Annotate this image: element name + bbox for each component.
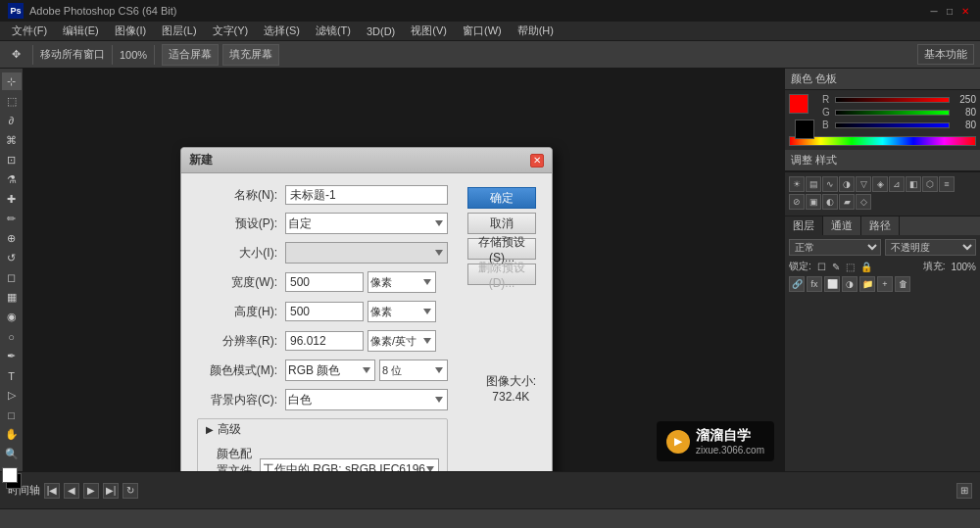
tool-eyedropper[interactable]: ⚗ [2,170,22,188]
move-tool-icon[interactable]: ✥ [6,45,25,65]
lock-check[interactable]: ☐ [817,262,826,272]
timeline-add[interactable]: ⊞ [956,483,972,499]
r-slider-track[interactable] [835,97,950,103]
height-unit-select[interactable]: 像素 [368,301,436,322]
tool-type[interactable]: T [2,367,22,385]
adj-colorbalance[interactable]: ⊿ [889,176,905,192]
opacity-select[interactable]: 不透明度 [885,239,977,256]
adj-invert[interactable]: ⊘ [789,194,805,210]
adj-gradient-map[interactable]: ▰ [839,194,855,210]
tool-clone[interactable]: ⊕ [2,229,22,247]
timeline-prev-frame[interactable]: |◀ [44,483,60,499]
tool-marquee[interactable]: ⬚ [2,92,22,110]
b-slider-track[interactable] [835,122,950,128]
timeline-play[interactable]: ▶ [83,483,99,499]
resolution-input[interactable] [285,331,364,351]
blend-mode-select[interactable]: 正常 [789,239,881,256]
tool-brush[interactable]: ✏ [2,210,22,227]
tab-layers[interactable]: 图层 [785,216,823,235]
size-select[interactable] [285,242,448,264]
tool-shape[interactable]: □ [2,407,22,424]
g-slider-track[interactable] [835,110,950,116]
adj-selective-color[interactable]: ◇ [856,194,871,210]
menu-layer[interactable]: 图层(L) [154,22,204,41]
layer-adjustment[interactable]: ◑ [842,276,858,292]
timeline-loop[interactable]: ↻ [122,483,138,499]
adj-photo-filter[interactable]: ⬡ [922,176,938,192]
adj-exposure[interactable]: ◑ [839,176,855,192]
colorbit-select[interactable]: 8 位 16 位 32 位 [379,360,448,381]
menu-3d[interactable]: 3D(D) [359,22,403,41]
cancel-button[interactable]: 取消 [467,213,536,234]
menu-type[interactable]: 文字(Y) [205,22,257,41]
layer-delete[interactable]: 🗑 [895,276,910,292]
resolution-unit-select[interactable]: 像素/英寸 [368,330,436,352]
background-swatch[interactable] [795,120,814,139]
layer-new[interactable]: + [877,276,893,292]
tool-dodge[interactable]: ○ [2,328,22,346]
menu-image[interactable]: 图像(I) [107,22,154,41]
maximize-button[interactable]: □ [943,4,956,18]
color-tab[interactable]: 颜色 色板 [791,72,837,86]
width-input[interactable] [285,272,364,292]
close-button[interactable]: ✕ [958,4,972,18]
fill-icon[interactable]: 100% [951,262,976,272]
tool-move[interactable]: ⊹ [2,72,22,90]
adj-vibrance[interactable]: ▽ [856,176,871,192]
menu-window[interactable]: 窗口(W) [455,22,510,41]
tool-lasso[interactable]: ∂ [2,112,22,129]
height-input[interactable] [285,302,364,321]
save-preset-button[interactable]: 存储预设(S)... [467,238,536,260]
timeline-back[interactable]: ◀ [64,483,79,499]
tool-history[interactable]: ↺ [2,249,22,266]
background-select[interactable]: 白色 [285,389,448,410]
tab-paths[interactable]: 路径 [861,216,900,235]
menu-file[interactable]: 文件(F) [4,22,55,41]
adj-posterize[interactable]: ▣ [806,194,821,210]
preset-select[interactable]: 自定 [285,213,448,234]
tool-pen[interactable]: ✒ [2,348,22,365]
tool-zoom[interactable]: 🔍 [2,446,22,463]
foreground-swatch[interactable] [789,94,808,114]
adj-hue[interactable]: ◈ [872,176,888,192]
delete-preset-button[interactable]: 删除预设(D)... [467,264,536,285]
layer-link[interactable]: 🔗 [789,276,805,292]
layer-mask[interactable]: ⬜ [824,276,840,292]
menu-view[interactable]: 视图(V) [403,22,455,41]
width-unit-select[interactable]: 像素 英寸 厘米 [368,271,436,293]
tool-crop[interactable]: ⊡ [2,151,22,168]
fit-screen-button[interactable]: 适合屏幕 [162,44,219,66]
advanced-title[interactable]: ▶ 高级 [198,419,447,440]
menu-edit[interactable]: 编辑(E) [55,22,107,41]
adjustment-tab[interactable]: 调整 样式 [791,153,837,168]
tool-eraser[interactable]: ◻ [2,268,22,286]
layer-folder[interactable]: 📁 [859,276,875,292]
adj-levels[interactable]: ▤ [806,176,821,192]
fill-screen-button[interactable]: 填充屏幕 [222,44,279,66]
tool-blur[interactable]: ◉ [2,309,22,326]
tool-healing[interactable]: ✚ [2,190,22,208]
menu-filter[interactable]: 滤镜(T) [308,22,359,41]
tool-path[interactable]: ▷ [2,387,22,405]
adj-channel-mixer[interactable]: ≡ [939,176,955,192]
adj-blackwhite[interactable]: ◧ [906,176,921,192]
lock-icon3[interactable]: 🔒 [860,262,872,272]
minimize-button[interactable]: ─ [927,4,941,18]
adj-threshold[interactable]: ◐ [822,194,838,210]
color-spectrum[interactable] [789,136,976,146]
tab-channels[interactable]: 通道 [823,216,861,235]
tool-hand[interactable]: ✋ [2,426,22,444]
basic-function-button[interactable]: 基本功能 [917,44,974,65]
tool-gradient[interactable]: ▦ [2,289,22,307]
timeline-next-frame[interactable]: ▶| [103,483,119,499]
menu-help[interactable]: 帮助(H) [510,22,562,41]
colormode-select[interactable]: RGB 颜色 [285,360,375,381]
layer-fx[interactable]: fx [807,276,822,292]
tool-magic-wand[interactable]: ⌘ [2,131,22,149]
profile-select[interactable]: 工作中的 RGB: sRGB IEC6196... [260,458,439,471]
adj-curves[interactable]: ∿ [822,176,838,192]
ok-button[interactable]: 确定 [467,187,536,209]
foreground-color[interactable] [2,467,18,483]
name-input[interactable] [285,185,448,205]
dialog-close-button[interactable]: ✕ [530,154,544,168]
